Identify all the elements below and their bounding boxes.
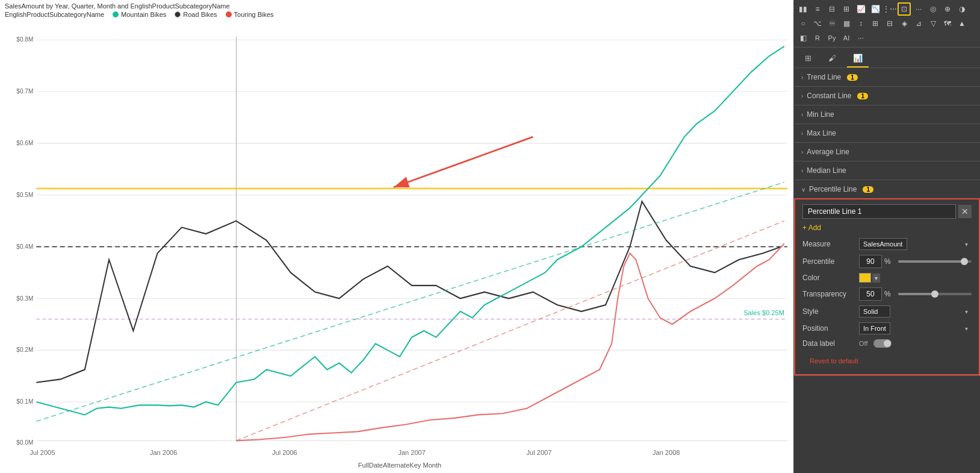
trend-line-header[interactable]: › Trend Line 1: [794, 68, 980, 86]
add-link[interactable]: + Add: [802, 224, 821, 232]
legend-item-mountain: Mountain Bikes: [113, 11, 166, 18]
donut-icon[interactable]: ○: [796, 17, 810, 30]
ai-icon[interactable]: AI: [840, 31, 853, 45]
data-label-label: Data label: [802, 339, 857, 348]
position-row: Position In Front Behind: [802, 322, 972, 334]
ellipsis-icon[interactable]: ···: [854, 31, 867, 45]
r-visual-icon[interactable]: R: [811, 31, 824, 45]
max-line-section: › Max Line: [794, 124, 980, 143]
percentile-input-group: %: [859, 255, 891, 268]
percent-symbol: %: [884, 257, 891, 266]
percentile-expanded-form: ✕ + Add Measure SalesAmount Percentile: [794, 198, 980, 375]
trend-line-badge: 1: [847, 74, 858, 81]
chevron-trend: ›: [801, 74, 803, 81]
svg-text:$0.0M: $0.0M: [16, 439, 33, 446]
card-visual-icon[interactable]: ⊡: [898, 2, 911, 16]
gauge-icon[interactable]: ◎: [926, 2, 940, 16]
max-line-header[interactable]: › Max Line: [794, 124, 980, 142]
revert-to-default-link[interactable]: Revert to default: [802, 352, 972, 369]
chart-legend: EnglishProductSubcategoryName Mountain B…: [5, 10, 789, 19]
svg-text:$0.3M: $0.3M: [16, 295, 33, 301]
filled-map-icon[interactable]: ◧: [796, 31, 810, 45]
color-swatch[interactable]: [859, 273, 871, 283]
chevron-min: ›: [801, 111, 803, 118]
svg-text:$0.8M: $0.8M: [16, 36, 33, 43]
percentile-line-header[interactable]: ∨ Percentile Line 1: [794, 180, 980, 198]
median-line-header[interactable]: › Median Line: [794, 161, 980, 180]
color-dropdown-button[interactable]: ▾: [872, 274, 880, 283]
style-label: Style: [802, 307, 857, 316]
combo-icon[interactable]: ⊕: [941, 2, 954, 16]
constant-line-section: › Constant Line 1: [794, 87, 980, 105]
area-icon[interactable]: 📉: [869, 2, 882, 16]
legend-item-road: Road Bikes: [175, 11, 217, 18]
measure-label: Measure: [802, 240, 857, 248]
kpi-icon[interactable]: ◈: [898, 17, 911, 30]
legend-item-touring: Touring Bikes: [226, 11, 274, 18]
average-line-section: › Average Line: [794, 143, 980, 161]
waterfall-icon[interactable]: ↕: [854, 17, 867, 30]
svg-text:$0.6M: $0.6M: [16, 140, 33, 146]
transparency-number-input[interactable]: [859, 287, 882, 301]
chevron-percentile: ∨: [801, 186, 805, 193]
filter-icon[interactable]: ▽: [926, 17, 940, 30]
tab-fields[interactable]: ⊞: [799, 50, 817, 67]
python-icon[interactable]: Py: [825, 31, 839, 45]
stacked-bar-icon[interactable]: ≡: [811, 2, 824, 16]
constant-line-header[interactable]: › Constant Line 1: [794, 87, 980, 105]
shape-map-icon[interactable]: ▲: [955, 17, 969, 30]
median-line-label: Median Line: [807, 166, 846, 175]
100pct-bar-icon[interactable]: ⊞: [840, 2, 853, 16]
chart-svg: $0.8M $0.7M $0.6M $0.5M $0.4M $0.3M $0.2…: [0, 20, 793, 473]
measure-dropdown[interactable]: SalesAmount: [859, 238, 907, 250]
position-dropdown[interactable]: In Front Behind: [859, 322, 890, 334]
data-label-toggle[interactable]: [873, 339, 892, 348]
average-line-header[interactable]: › Average Line: [794, 143, 980, 161]
matrix-icon[interactable]: ⊟: [883, 17, 896, 30]
average-line-label: Average Line: [807, 148, 849, 156]
transparency-slider[interactable]: [898, 293, 972, 295]
svg-text:Jan 2007: Jan 2007: [398, 449, 426, 456]
pie-icon[interactable]: ◑: [955, 2, 969, 16]
color-row: Color ▾: [802, 273, 972, 283]
trend-line-section: › Trend Line 1: [794, 68, 980, 87]
svg-line-23: [36, 182, 784, 421]
median-line-section: › Median Line: [794, 161, 980, 180]
line-chart-icon[interactable]: 📈: [854, 2, 867, 16]
min-line-header[interactable]: › Min Line: [794, 105, 980, 124]
svg-text:Jan 2008: Jan 2008: [653, 449, 680, 456]
data-label-row: Data label Off: [802, 339, 972, 348]
color-label: Color: [802, 274, 857, 282]
legend-group-label: EnglishProductSubcategoryName: [5, 11, 104, 18]
legend-label-touring: Touring Bikes: [234, 11, 274, 18]
tab-analytics[interactable]: 📊: [847, 50, 869, 67]
table-icon[interactable]: ⊞: [869, 17, 882, 30]
more-charts-icon[interactable]: ···: [912, 2, 925, 16]
measure-dropdown-wrapper: SalesAmount: [859, 238, 972, 250]
constant-line-badge: 1: [857, 93, 868, 99]
legend-dot-touring: [226, 11, 232, 17]
chart-canvas-wrapper: $0.8M $0.7M $0.6M $0.5M $0.4M $0.3M $0.2…: [0, 20, 793, 473]
treemap-icon[interactable]: ▦: [840, 17, 853, 30]
map-icon[interactable]: 🗺: [941, 17, 954, 30]
percentile-name-input[interactable]: [802, 204, 956, 219]
legend-dot-road: [175, 11, 181, 17]
percentile-slider[interactable]: [898, 260, 972, 263]
slicer-icon[interactable]: ⊿: [912, 17, 925, 30]
constant-line-label: Constant Line: [807, 92, 851, 100]
funnel-icon[interactable]: ⌥: [811, 17, 824, 30]
viz-tabs: ⊞ 🖌 📊: [794, 48, 980, 68]
transparency-label: Transparency: [802, 290, 857, 298]
ribbon-icon[interactable]: ♾: [825, 17, 839, 30]
svg-text:$0.4M: $0.4M: [16, 243, 33, 249]
bar-chart-icon[interactable]: ▮▮: [796, 2, 810, 16]
percentile-number-input[interactable]: [859, 255, 882, 268]
legend-dot-mountain: [113, 11, 119, 17]
style-dropdown[interactable]: Solid Dashed Dotted: [859, 305, 890, 318]
tab-format[interactable]: 🖌: [822, 50, 842, 67]
svg-text:Jul 2007: Jul 2007: [527, 449, 552, 456]
scatter-icon[interactable]: ⋮⋯: [883, 2, 896, 16]
percentile-close-button[interactable]: ✕: [958, 205, 972, 218]
cluster-bar-icon[interactable]: ⊟: [825, 2, 839, 16]
svg-text:FullDateAlternateKey Month: FullDateAlternateKey Month: [358, 462, 441, 469]
